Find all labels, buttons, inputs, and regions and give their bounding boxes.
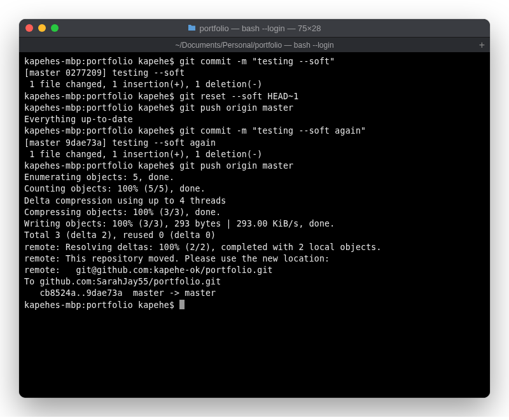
terminal-line: 1 file changed, 1 insertion(+), 1 deleti… <box>24 79 485 90</box>
terminal-line: [master 0277209] testing --soft <box>24 67 485 79</box>
window-title-text: portfolio — bash --login — 75×28 <box>199 24 321 33</box>
terminal-line: Everything up-to-date <box>24 114 485 125</box>
traffic-lights <box>25 24 59 32</box>
window-title: portfolio — bash --login — 75×28 <box>19 24 490 33</box>
terminal-line: Writing objects: 100% (3/3), 293 bytes |… <box>24 218 485 230</box>
terminal-line: 1 file changed, 1 insertion(+), 1 deleti… <box>24 149 485 160</box>
tab-title[interactable]: ~/Documents/Personal/portfolio — bash --… <box>175 41 333 50</box>
minimize-icon[interactable] <box>38 24 46 32</box>
terminal-line: kapehes-mbp:portfolio kapehe$ git commit… <box>24 56 485 67</box>
terminal-line: Total 3 (delta 2), reused 0 (delta 0) <box>24 230 485 241</box>
terminal-line: To github.com:SarahJay55/portfolio.git <box>24 276 485 288</box>
terminal-line: kapehes-mbp:portfolio kapehe$ git push o… <box>24 102 485 114</box>
window-titlebar[interactable]: portfolio — bash --login — 75×28 <box>19 19 490 37</box>
cursor-icon <box>179 300 185 309</box>
terminal-line: [master 9dae73a] testing --soft again <box>24 137 485 149</box>
terminal-line: Enumerating objects: 5, done. <box>24 172 485 183</box>
terminal-line: kapehes-mbp:portfolio kapehe$ <box>24 300 485 311</box>
terminal-line: remote: Resolving deltas: 100% (2/2), co… <box>24 242 485 253</box>
terminal-line: remote: git@github.com:kapehe-ok/portfol… <box>24 265 485 276</box>
terminal-line: remote: This repository moved. Please us… <box>24 253 485 265</box>
terminal-line: kapehes-mbp:portfolio kapehe$ git reset … <box>24 91 485 102</box>
terminal-content[interactable]: kapehes-mbp:portfolio kapehe$ git commit… <box>19 52 490 398</box>
close-icon[interactable] <box>25 24 33 32</box>
folder-icon <box>188 24 196 32</box>
tab-bar: ~/Documents/Personal/portfolio — bash --… <box>19 37 490 52</box>
terminal-line: kapehes-mbp:portfolio kapehe$ git push o… <box>24 160 485 172</box>
maximize-icon[interactable] <box>51 24 59 32</box>
terminal-line: Delta compression using up to 4 threads <box>24 195 485 207</box>
terminal-line: Counting objects: 100% (5/5), done. <box>24 183 485 195</box>
terminal-window: portfolio — bash --login — 75×28 ~/Docum… <box>19 19 490 398</box>
terminal-line: Compressing objects: 100% (3/3), done. <box>24 207 485 218</box>
terminal-line: kapehes-mbp:portfolio kapehe$ git commit… <box>24 125 485 137</box>
new-tab-button[interactable]: + <box>479 40 485 50</box>
terminal-line: cb8524a..9dae73a master -> master <box>24 288 485 299</box>
